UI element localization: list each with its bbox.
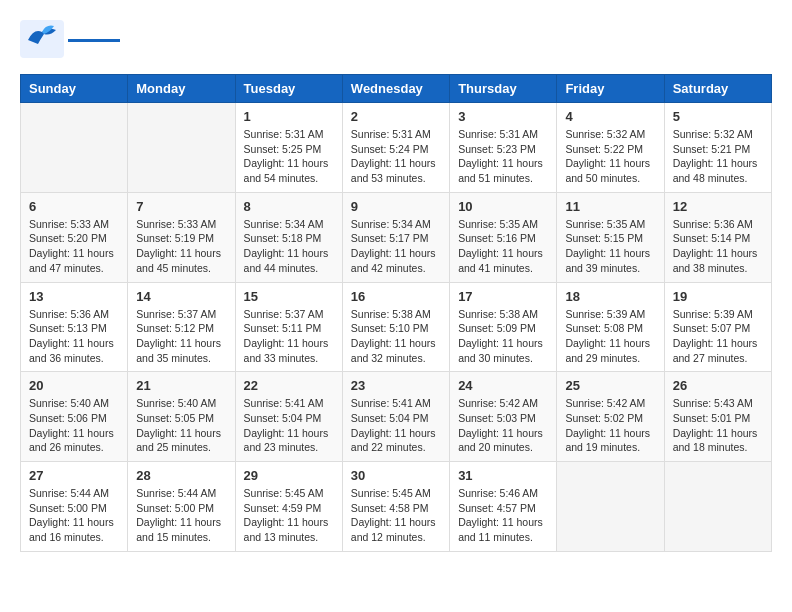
day-number: 7: [136, 199, 226, 214]
day-number: 10: [458, 199, 548, 214]
calendar-cell: [21, 103, 128, 193]
calendar-week-1: 1Sunrise: 5:31 AM Sunset: 5:25 PM Daylig…: [21, 103, 772, 193]
day-info: Sunrise: 5:37 AM Sunset: 5:11 PM Dayligh…: [244, 307, 334, 366]
calendar-cell: 3Sunrise: 5:31 AM Sunset: 5:23 PM Daylig…: [450, 103, 557, 193]
day-number: 17: [458, 289, 548, 304]
calendar-cell: 28Sunrise: 5:44 AM Sunset: 5:00 PM Dayli…: [128, 462, 235, 552]
day-info: Sunrise: 5:34 AM Sunset: 5:18 PM Dayligh…: [244, 217, 334, 276]
day-number: 28: [136, 468, 226, 483]
calendar-table: SundayMondayTuesdayWednesdayThursdayFrid…: [20, 74, 772, 552]
day-number: 11: [565, 199, 655, 214]
calendar-cell: 10Sunrise: 5:35 AM Sunset: 5:16 PM Dayli…: [450, 192, 557, 282]
weekday-header-tuesday: Tuesday: [235, 75, 342, 103]
calendar-cell: 1Sunrise: 5:31 AM Sunset: 5:25 PM Daylig…: [235, 103, 342, 193]
day-info: Sunrise: 5:44 AM Sunset: 5:00 PM Dayligh…: [136, 486, 226, 545]
day-number: 1: [244, 109, 334, 124]
day-info: Sunrise: 5:32 AM Sunset: 5:22 PM Dayligh…: [565, 127, 655, 186]
calendar-week-3: 13Sunrise: 5:36 AM Sunset: 5:13 PM Dayli…: [21, 282, 772, 372]
calendar-cell: 2Sunrise: 5:31 AM Sunset: 5:24 PM Daylig…: [342, 103, 449, 193]
calendar-cell: 14Sunrise: 5:37 AM Sunset: 5:12 PM Dayli…: [128, 282, 235, 372]
calendar-cell: 6Sunrise: 5:33 AM Sunset: 5:20 PM Daylig…: [21, 192, 128, 282]
calendar-cell: 29Sunrise: 5:45 AM Sunset: 4:59 PM Dayli…: [235, 462, 342, 552]
calendar-week-4: 20Sunrise: 5:40 AM Sunset: 5:06 PM Dayli…: [21, 372, 772, 462]
day-info: Sunrise: 5:42 AM Sunset: 5:03 PM Dayligh…: [458, 396, 548, 455]
calendar-cell: 7Sunrise: 5:33 AM Sunset: 5:19 PM Daylig…: [128, 192, 235, 282]
day-info: Sunrise: 5:45 AM Sunset: 4:59 PM Dayligh…: [244, 486, 334, 545]
logo: [20, 20, 120, 58]
day-info: Sunrise: 5:46 AM Sunset: 4:57 PM Dayligh…: [458, 486, 548, 545]
day-number: 30: [351, 468, 441, 483]
day-number: 14: [136, 289, 226, 304]
day-info: Sunrise: 5:42 AM Sunset: 5:02 PM Dayligh…: [565, 396, 655, 455]
day-info: Sunrise: 5:40 AM Sunset: 5:06 PM Dayligh…: [29, 396, 119, 455]
day-info: Sunrise: 5:44 AM Sunset: 5:00 PM Dayligh…: [29, 486, 119, 545]
day-number: 8: [244, 199, 334, 214]
day-number: 4: [565, 109, 655, 124]
day-info: Sunrise: 5:38 AM Sunset: 5:09 PM Dayligh…: [458, 307, 548, 366]
weekday-header-row: SundayMondayTuesdayWednesdayThursdayFrid…: [21, 75, 772, 103]
day-number: 15: [244, 289, 334, 304]
day-info: Sunrise: 5:38 AM Sunset: 5:10 PM Dayligh…: [351, 307, 441, 366]
calendar-cell: 16Sunrise: 5:38 AM Sunset: 5:10 PM Dayli…: [342, 282, 449, 372]
day-number: 6: [29, 199, 119, 214]
calendar-cell: 26Sunrise: 5:43 AM Sunset: 5:01 PM Dayli…: [664, 372, 771, 462]
day-info: Sunrise: 5:39 AM Sunset: 5:08 PM Dayligh…: [565, 307, 655, 366]
calendar-cell: 23Sunrise: 5:41 AM Sunset: 5:04 PM Dayli…: [342, 372, 449, 462]
calendar-cell: 21Sunrise: 5:40 AM Sunset: 5:05 PM Dayli…: [128, 372, 235, 462]
calendar-cell: 18Sunrise: 5:39 AM Sunset: 5:08 PM Dayli…: [557, 282, 664, 372]
day-number: 27: [29, 468, 119, 483]
calendar-cell: 4Sunrise: 5:32 AM Sunset: 5:22 PM Daylig…: [557, 103, 664, 193]
weekday-header-sunday: Sunday: [21, 75, 128, 103]
logo-icon: [20, 20, 64, 58]
day-number: 20: [29, 378, 119, 393]
day-number: 2: [351, 109, 441, 124]
day-info: Sunrise: 5:33 AM Sunset: 5:20 PM Dayligh…: [29, 217, 119, 276]
calendar-cell: 17Sunrise: 5:38 AM Sunset: 5:09 PM Dayli…: [450, 282, 557, 372]
day-number: 22: [244, 378, 334, 393]
day-info: Sunrise: 5:34 AM Sunset: 5:17 PM Dayligh…: [351, 217, 441, 276]
day-number: 13: [29, 289, 119, 304]
weekday-header-friday: Friday: [557, 75, 664, 103]
day-info: Sunrise: 5:41 AM Sunset: 5:04 PM Dayligh…: [351, 396, 441, 455]
day-number: 18: [565, 289, 655, 304]
day-number: 3: [458, 109, 548, 124]
calendar-cell: [557, 462, 664, 552]
day-info: Sunrise: 5:31 AM Sunset: 5:24 PM Dayligh…: [351, 127, 441, 186]
calendar-cell: 25Sunrise: 5:42 AM Sunset: 5:02 PM Dayli…: [557, 372, 664, 462]
calendar-cell: 22Sunrise: 5:41 AM Sunset: 5:04 PM Dayli…: [235, 372, 342, 462]
day-info: Sunrise: 5:35 AM Sunset: 5:15 PM Dayligh…: [565, 217, 655, 276]
calendar-week-5: 27Sunrise: 5:44 AM Sunset: 5:00 PM Dayli…: [21, 462, 772, 552]
svg-rect-0: [20, 20, 64, 58]
calendar-cell: [664, 462, 771, 552]
day-info: Sunrise: 5:43 AM Sunset: 5:01 PM Dayligh…: [673, 396, 763, 455]
day-info: Sunrise: 5:41 AM Sunset: 5:04 PM Dayligh…: [244, 396, 334, 455]
day-info: Sunrise: 5:36 AM Sunset: 5:14 PM Dayligh…: [673, 217, 763, 276]
calendar-cell: 31Sunrise: 5:46 AM Sunset: 4:57 PM Dayli…: [450, 462, 557, 552]
calendar-week-2: 6Sunrise: 5:33 AM Sunset: 5:20 PM Daylig…: [21, 192, 772, 282]
day-number: 19: [673, 289, 763, 304]
calendar-cell: 19Sunrise: 5:39 AM Sunset: 5:07 PM Dayli…: [664, 282, 771, 372]
day-info: Sunrise: 5:36 AM Sunset: 5:13 PM Dayligh…: [29, 307, 119, 366]
day-number: 29: [244, 468, 334, 483]
day-number: 26: [673, 378, 763, 393]
calendar-cell: 20Sunrise: 5:40 AM Sunset: 5:06 PM Dayli…: [21, 372, 128, 462]
day-number: 31: [458, 468, 548, 483]
day-number: 9: [351, 199, 441, 214]
calendar-cell: [128, 103, 235, 193]
day-number: 21: [136, 378, 226, 393]
day-info: Sunrise: 5:33 AM Sunset: 5:19 PM Dayligh…: [136, 217, 226, 276]
day-info: Sunrise: 5:40 AM Sunset: 5:05 PM Dayligh…: [136, 396, 226, 455]
day-info: Sunrise: 5:37 AM Sunset: 5:12 PM Dayligh…: [136, 307, 226, 366]
day-info: Sunrise: 5:39 AM Sunset: 5:07 PM Dayligh…: [673, 307, 763, 366]
day-number: 23: [351, 378, 441, 393]
calendar-cell: 11Sunrise: 5:35 AM Sunset: 5:15 PM Dayli…: [557, 192, 664, 282]
day-number: 16: [351, 289, 441, 304]
page-header: [20, 20, 772, 58]
calendar-cell: 30Sunrise: 5:45 AM Sunset: 4:58 PM Dayli…: [342, 462, 449, 552]
calendar-cell: 12Sunrise: 5:36 AM Sunset: 5:14 PM Dayli…: [664, 192, 771, 282]
calendar-cell: 15Sunrise: 5:37 AM Sunset: 5:11 PM Dayli…: [235, 282, 342, 372]
weekday-header-monday: Monday: [128, 75, 235, 103]
day-info: Sunrise: 5:31 AM Sunset: 5:25 PM Dayligh…: [244, 127, 334, 186]
calendar-cell: 9Sunrise: 5:34 AM Sunset: 5:17 PM Daylig…: [342, 192, 449, 282]
calendar-cell: 5Sunrise: 5:32 AM Sunset: 5:21 PM Daylig…: [664, 103, 771, 193]
